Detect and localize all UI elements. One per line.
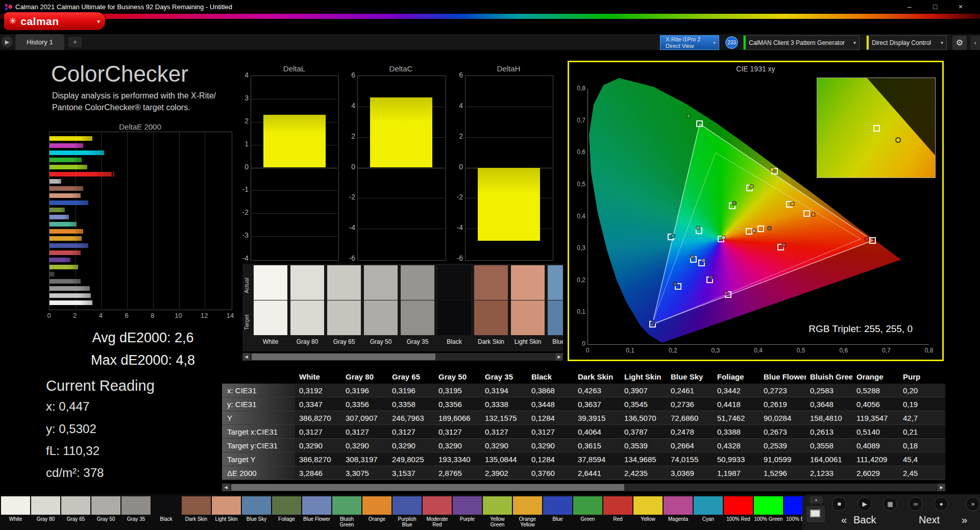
table-cell: 0,3545	[620, 397, 667, 411]
table-cell: 0,3290	[341, 439, 388, 452]
save-button[interactable]: ▦	[883, 497, 897, 511]
record-button[interactable]: ●	[934, 497, 948, 511]
scroll-left-icon[interactable]: ◀	[242, 353, 250, 361]
loop-button[interactable]: ∞	[909, 497, 923, 511]
strip-patch-actual[interactable]	[327, 265, 361, 300]
title-bar: Calman 2021 Calman Ultimate for Business…	[0, 0, 980, 14]
next-chevron-icon[interactable]: »	[962, 514, 967, 526]
table-cell: 0,3347	[295, 397, 341, 411]
palette-swatch-gray-80[interactable]	[31, 496, 60, 515]
palette-swatch-cyan[interactable]	[694, 496, 723, 515]
palette-swatch-orange[interactable]	[362, 496, 391, 515]
pattern-generator-dropdown[interactable]: CalMAN Client 3 Pattern Generator ▾	[743, 35, 860, 50]
palette-swatch-yellow-green[interactable]	[483, 496, 512, 515]
palette-swatch-orange-yellow[interactable]	[513, 496, 542, 515]
table-corner-cell	[222, 370, 295, 384]
scroll-right-icon[interactable]: ▶	[938, 484, 945, 491]
calman-menu-button[interactable]: ✳ calman ▾	[4, 12, 105, 30]
table-cell: 0,2583	[806, 384, 852, 397]
palette-swatch-dark-skin[interactable]	[182, 496, 211, 515]
palette-swatch-green[interactable]	[573, 496, 602, 515]
strip-patch-actual[interactable]	[290, 265, 324, 300]
palette-swatch-gray-35[interactable]	[121, 496, 151, 515]
palette-swatch-light-skin[interactable]	[212, 496, 241, 515]
strip-patch-target[interactable]	[401, 300, 434, 335]
scroll-left-icon[interactable]: ◀	[222, 484, 230, 491]
display-control-dropdown[interactable]: Direct Display Control ▾	[866, 35, 947, 50]
meter-count-badge[interactable]: 233	[725, 36, 738, 49]
palette-swatch-label: 100% Green	[754, 516, 783, 522]
deltah-chart	[465, 75, 553, 261]
cie-measured-point	[767, 226, 772, 231]
palette-swatch-100-red[interactable]	[724, 496, 753, 515]
strip-patch-target[interactable]	[511, 300, 545, 335]
strip-patch-target[interactable]	[290, 300, 324, 335]
strip-patch-actual[interactable]	[437, 265, 471, 300]
deltae-bar	[50, 215, 69, 219]
strip-patch-actual[interactable]	[401, 265, 434, 300]
gear-icon[interactable]: ⚙	[952, 36, 967, 50]
display-control-label: Direct Display Control	[872, 39, 931, 46]
palette-swatch-red[interactable]	[603, 496, 632, 515]
table-cell: 189,6066	[434, 411, 481, 425]
table-scrollbar[interactable]: ◀ ▶	[222, 484, 945, 491]
display-icon[interactable]	[806, 506, 825, 522]
more-button[interactable]: »	[966, 497, 980, 511]
strip-scrollbar[interactable]: ◀ ▶	[242, 353, 563, 361]
strip-patch-target[interactable]	[327, 300, 361, 335]
deltaL-bar	[263, 115, 326, 167]
close-button[interactable]: ×	[948, 0, 973, 14]
tab-scroll-button[interactable]: ▶	[2, 36, 13, 47]
strip-patch-actual[interactable]	[364, 265, 398, 300]
palette-swatch-white[interactable]	[1, 496, 30, 515]
strip-patch-target[interactable]	[254, 300, 287, 335]
panel-expand-button[interactable]: ›	[970, 36, 980, 50]
palette-swatch-yellow[interactable]	[633, 496, 663, 515]
strip-patch-target[interactable]	[364, 300, 398, 335]
palette-swatch-gray-50[interactable]	[91, 496, 120, 515]
palette-swatch-magenta[interactable]	[664, 496, 693, 515]
play-button[interactable]: ▶	[857, 497, 872, 511]
palette-swatch-black[interactable]	[152, 496, 181, 515]
palette-swatch-bluish-green[interactable]	[332, 496, 361, 515]
palette-swatch-blue-sky[interactable]	[242, 496, 271, 515]
table-scroll-thumb[interactable]	[231, 484, 624, 491]
palette-swatch-purple[interactable]	[453, 496, 482, 515]
strip-patch-actual[interactable]	[511, 265, 545, 300]
strip-patch-actual[interactable]	[548, 265, 563, 300]
palette-swatch-label: Gray 50	[91, 516, 120, 522]
scroll-right-icon[interactable]: ▶	[555, 353, 563, 361]
cie-x-tick-label: 0,2	[666, 347, 680, 354]
palette-swatch-gray-65[interactable]	[61, 496, 90, 515]
maximize-button[interactable]: □	[923, 0, 947, 14]
palette-swatch-purplish-blue[interactable]	[393, 496, 422, 515]
collapse-panel-button[interactable]: ▲	[810, 496, 823, 503]
cie-y-tick-label: 0,6	[571, 148, 585, 156]
palette-swatch-100-green[interactable]	[754, 496, 783, 515]
palette-swatch-blue[interactable]	[543, 496, 572, 515]
meter-dropdown[interactable]: X-Rite i1Pro 2 Direct View ▾	[660, 35, 719, 50]
palette-swatch-label: Yellow Green	[483, 516, 512, 527]
strip-patch-target[interactable]	[474, 300, 508, 335]
palette-swatch-moderate-red[interactable]	[423, 496, 452, 515]
back-button[interactable]: Back	[853, 514, 876, 526]
back-chevron-icon[interactable]: «	[841, 514, 847, 526]
cie-y-tick-label: 0,2	[571, 276, 585, 284]
table-cell: 0,3787	[620, 425, 667, 439]
minimize-button[interactable]: –	[897, 0, 922, 14]
table-cell: 0,3196	[388, 384, 434, 397]
y-tick-label: -6	[340, 254, 355, 262]
gridline	[205, 132, 205, 309]
strip-scroll-thumb[interactable]	[252, 354, 435, 360]
palette-swatch-blue-flower[interactable]	[302, 496, 331, 515]
next-button[interactable]: Next	[919, 514, 940, 526]
strip-patch-actual[interactable]	[474, 265, 508, 300]
add-tab-button[interactable]: +	[68, 37, 82, 47]
cie-target-marker	[757, 225, 764, 232]
strip-patch-target[interactable]	[548, 300, 563, 335]
strip-patch-target[interactable]	[437, 300, 471, 335]
strip-patch-actual[interactable]	[254, 265, 287, 300]
stop-button[interactable]: ■	[832, 497, 846, 511]
palette-swatch-foliage[interactable]	[272, 496, 301, 515]
tab-history-1[interactable]: History 1	[15, 34, 64, 50]
